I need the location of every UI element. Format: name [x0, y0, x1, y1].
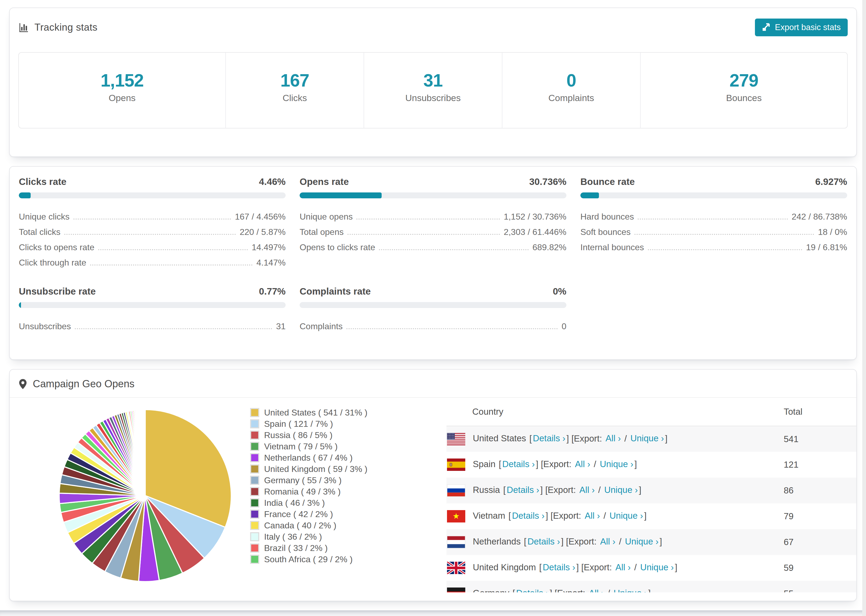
dotted-leader	[648, 249, 802, 250]
rate-title: Opens rate	[299, 176, 349, 187]
country-total: 67	[783, 529, 856, 555]
geo-title: Campaign Geo Opens	[33, 378, 134, 390]
tracking-header: Tracking stats Export basic stats	[18, 17, 848, 38]
legend-swatch	[250, 419, 259, 428]
country-cell: Vietnam[Details ›] [Export: All › / Uniq…	[446, 503, 783, 529]
legend-swatch	[250, 555, 259, 564]
stat-row-value: 167 / 4.456%	[235, 212, 286, 222]
rates-card: Clicks rate4.46%Unique clicks167 / 4.456…	[9, 166, 857, 360]
legend-label: Germany ( 55 / 3% )	[264, 475, 342, 486]
stat-row-value: 0	[562, 321, 567, 332]
legend-label: India ( 46 / 3% )	[264, 498, 325, 508]
export-unique-link[interactable]: Unique ›	[600, 459, 633, 469]
country-name: Russia	[473, 485, 500, 495]
country-name: Germany	[473, 588, 509, 592]
country-total: 79	[783, 503, 856, 529]
rate-title: Unsubscribe rate	[19, 286, 96, 297]
legend-label: United States ( 541 / 31% )	[264, 408, 367, 418]
legend-item: United States ( 541 / 31% )	[250, 407, 446, 418]
export-basic-stats-button[interactable]: Export basic stats	[755, 19, 848, 36]
tracking-stats-card: Tracking stats Export basic stats 1,152O…	[9, 8, 857, 157]
export-unique-link[interactable]: Unique ›	[609, 511, 643, 520]
country-name: Vietnam	[473, 511, 505, 520]
details-link[interactable]: Details ›	[512, 511, 545, 520]
stat-row: Complaints0	[299, 316, 567, 332]
stat-row-value: 4.147%	[256, 258, 286, 268]
flag-gb-icon	[447, 562, 465, 574]
stat-row-value: 18 / 0%	[818, 227, 847, 237]
country-cell: Germany[Details ›] [Export: All › / Uniq…	[446, 581, 783, 592]
stat-row-value: 14.497%	[252, 242, 286, 252]
stat-value: 0	[567, 70, 576, 91]
details-link[interactable]: Details ›	[507, 485, 539, 495]
geo-table-header: Country Total	[446, 398, 856, 426]
country-name: Spain	[473, 459, 495, 469]
legend-item: Canada ( 40 / 2% )	[250, 520, 446, 531]
country-total: 86	[783, 478, 856, 503]
legend-swatch	[250, 442, 259, 451]
dotted-leader	[356, 218, 500, 220]
geo-table-row: Germany[Details ›] [Export: All › / Uniq…	[446, 581, 856, 592]
dotted-leader	[73, 218, 231, 220]
details-link[interactable]: Details ›	[502, 459, 535, 469]
flag-ru-icon	[447, 484, 465, 497]
stat-row: Click through rate4.147%	[19, 252, 286, 268]
stat-label: Clicks	[283, 93, 307, 103]
legend-item: Brazil ( 33 / 2% )	[250, 542, 446, 554]
dotted-leader	[379, 249, 529, 250]
rate-head: Complaints rate0%	[299, 286, 567, 297]
progress-bar	[19, 192, 286, 198]
rate-value: 4.46%	[259, 176, 286, 187]
export-all-link[interactable]: All ›	[575, 459, 590, 469]
stat-row: Total clicks220 / 5.87%	[19, 222, 286, 237]
details-link[interactable]: Details ›	[533, 433, 565, 443]
rate-head: Opens rate30.736%	[299, 176, 567, 187]
export-all-link[interactable]: All ›	[579, 485, 595, 495]
export-all-link[interactable]: All ›	[589, 588, 604, 592]
export-unique-link[interactable]: Unique ›	[630, 433, 664, 443]
dotted-leader	[98, 249, 248, 250]
export-unique-link[interactable]: Unique ›	[614, 588, 647, 592]
legend-item: India ( 46 / 3% )	[250, 497, 446, 509]
legend-label: Vietnam ( 79 / 5% )	[264, 442, 337, 451]
rate-block-bounce-rate: Bounce rate6.927%Hard bounces242 / 86.73…	[580, 176, 847, 268]
stat-value: 167	[280, 70, 309, 91]
stat-row-label: Unique opens	[299, 212, 353, 222]
page-bottom-strip	[0, 610, 866, 616]
details-link[interactable]: Details ›	[543, 562, 575, 572]
stat-row-value: 19 / 6.81%	[806, 242, 847, 252]
stat-row: Unsubscribes31	[19, 316, 286, 332]
export-all-link[interactable]: All ›	[615, 562, 631, 572]
export-all-link[interactable]: All ›	[600, 536, 615, 546]
progress-bar	[580, 192, 847, 198]
stat-row-value: 220 / 5.87%	[239, 227, 286, 237]
legend-label: Spain ( 121 / 7% )	[264, 419, 333, 429]
country-total: 541	[783, 426, 856, 452]
progress-bar	[299, 192, 567, 198]
stat-value: 31	[423, 70, 442, 91]
stat-row-value: 689.82%	[532, 242, 567, 252]
details-link[interactable]: Details ›	[527, 536, 560, 546]
details-link[interactable]: Details ›	[516, 588, 549, 592]
export-all-link[interactable]: All ›	[606, 433, 621, 443]
legend-item: Italy ( 36 / 2% )	[250, 531, 446, 542]
export-unique-link[interactable]: Unique ›	[604, 485, 638, 495]
flag-nl-icon	[447, 536, 465, 548]
pie-slice[interactable]	[145, 410, 145, 496]
country-total: 121	[783, 452, 856, 478]
geo-card: Campaign Geo Opens United States ( 541 /…	[9, 369, 857, 601]
export-all-link[interactable]: All ›	[585, 511, 600, 520]
legend-label: Italy ( 36 / 2% )	[264, 532, 322, 542]
country-cell: Russia[Details ›] [Export: All › / Uniqu…	[446, 478, 783, 503]
export-unique-link[interactable]: Unique ›	[640, 562, 674, 572]
export-button-label: Export basic stats	[775, 23, 841, 32]
legend-item: United Kingdom ( 59 / 3% )	[250, 464, 446, 475]
country-cell: United States[Details ›] [Export: All › …	[446, 426, 783, 452]
export-unique-link[interactable]: Unique ›	[625, 536, 659, 546]
scrollbar-track[interactable]	[862, 0, 866, 616]
country-name: United States	[473, 433, 526, 443]
country-name: United Kingdom	[473, 562, 536, 572]
geo-table-row: United Kingdom[Details ›] [Export: All ›…	[446, 555, 856, 581]
geo-table-row: Netherlands[Details ›] [Export: All › / …	[446, 529, 856, 555]
dotted-leader	[348, 234, 500, 235]
